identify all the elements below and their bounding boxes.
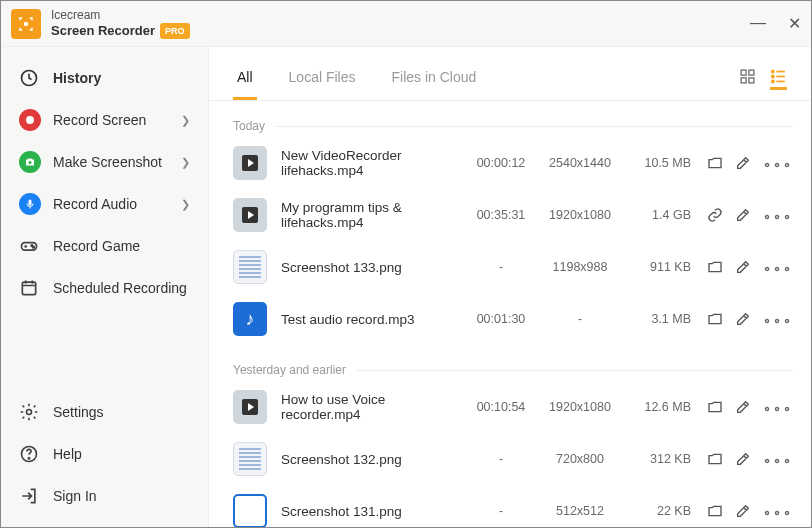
record-screen-icon <box>19 109 43 131</box>
svg-rect-15 <box>749 78 754 83</box>
section-earlier: Yesterday and earlier <box>233 363 793 377</box>
edit-button[interactable] <box>735 155 751 171</box>
edit-button[interactable] <box>735 503 751 519</box>
file-duration: 00:01:30 <box>467 312 535 326</box>
screenshot-icon <box>19 151 43 173</box>
sidebar: History Record Screen ❯ Make Screenshot … <box>1 47 209 527</box>
sidebar-item-label: Record Audio <box>53 196 181 212</box>
file-row[interactable]: New VideoRecorder lifehacks.mp400:00:122… <box>233 137 793 189</box>
svg-point-0 <box>24 21 29 26</box>
sidebar-item-label: Record Screen <box>53 112 181 128</box>
file-row[interactable]: How to use Voice recorder.mp400:10:54192… <box>233 381 793 433</box>
file-size: 1.4 GB <box>625 208 691 222</box>
app-logo <box>11 9 41 39</box>
svg-point-16 <box>772 70 774 72</box>
grid-view-button[interactable] <box>739 68 756 90</box>
video-thumb <box>233 390 267 424</box>
file-size: 312 KB <box>625 452 691 466</box>
file-row[interactable]: Screenshot 133.png-1198x988911 KB∘∘∘ <box>233 241 793 293</box>
sidebar-item-record-screen[interactable]: Record Screen ❯ <box>1 99 208 141</box>
file-row[interactable]: ♪Test audio record.mp300:01:30-3.1 MB∘∘∘ <box>233 293 793 345</box>
svg-rect-14 <box>741 78 746 83</box>
tabs: All Local Files Files in Cloud <box>209 47 811 101</box>
more-button[interactable]: ∘∘∘ <box>763 207 793 223</box>
svg-point-11 <box>28 458 29 459</box>
tab-cloud[interactable]: Files in Cloud <box>387 69 480 100</box>
edit-button[interactable] <box>735 311 751 327</box>
screenshot-thumb <box>233 442 267 476</box>
open-folder-button[interactable] <box>707 259 723 275</box>
sidebar-item-label: Sign In <box>53 488 190 504</box>
app-name: Icecream <box>51 8 190 22</box>
svg-point-9 <box>27 410 32 415</box>
open-folder-button[interactable] <box>707 155 723 171</box>
more-button[interactable]: ∘∘∘ <box>763 451 793 467</box>
chevron-right-icon: ❯ <box>181 198 190 211</box>
sidebar-item-history[interactable]: History <box>1 57 208 99</box>
more-button[interactable]: ∘∘∘ <box>763 155 793 171</box>
svg-point-3 <box>29 161 32 164</box>
svg-point-2 <box>26 116 34 124</box>
app-title: Icecream Screen Recorder PRO <box>51 8 190 39</box>
file-duration: - <box>467 452 535 466</box>
tab-all[interactable]: All <box>233 69 257 100</box>
file-name: New VideoRecorder lifehacks.mp4 <box>281 148 467 178</box>
edit-button[interactable] <box>735 399 751 415</box>
open-folder-button[interactable] <box>707 503 723 519</box>
sidebar-item-make-screenshot[interactable]: Make Screenshot ❯ <box>1 141 208 183</box>
file-size: 22 KB <box>625 504 691 518</box>
open-folder-button[interactable] <box>707 399 723 415</box>
file-duration: 00:35:31 <box>467 208 535 222</box>
screenshot-thumb <box>233 494 267 527</box>
section-today: Today <box>233 119 793 133</box>
sidebar-item-scheduled[interactable]: Scheduled Recording <box>1 267 208 309</box>
file-name: Screenshot 132.png <box>281 452 467 467</box>
close-button[interactable]: ✕ <box>788 14 801 33</box>
sidebar-item-label: Make Screenshot <box>53 154 181 170</box>
file-row[interactable]: Screenshot 132.png-720x800312 KB∘∘∘ <box>233 433 793 485</box>
file-row[interactable]: My programm tips & lifehacks.mp400:35:31… <box>233 189 793 241</box>
file-duration: - <box>467 260 535 274</box>
schedule-icon <box>19 278 43 298</box>
file-resolution: 720x800 <box>535 452 625 466</box>
file-duration: 00:10:54 <box>467 400 535 414</box>
file-name: Screenshot 131.png <box>281 504 467 519</box>
more-button[interactable]: ∘∘∘ <box>763 311 793 327</box>
file-duration: - <box>467 504 535 518</box>
sidebar-item-help[interactable]: Help <box>1 433 208 475</box>
open-folder-button[interactable] <box>707 451 723 467</box>
list-view-button[interactable] <box>770 68 787 90</box>
sidebar-item-label: Record Game <box>53 238 190 254</box>
pro-badge: PRO <box>160 23 190 39</box>
sidebar-item-label: Scheduled Recording <box>53 280 190 296</box>
sidebar-item-signin[interactable]: Sign In <box>1 475 208 517</box>
file-row[interactable]: Screenshot 131.png-512x51222 KB∘∘∘ <box>233 485 793 527</box>
more-button[interactable]: ∘∘∘ <box>763 503 793 519</box>
open-folder-button[interactable] <box>707 311 723 327</box>
edit-button[interactable] <box>735 207 751 223</box>
file-name: Screenshot 133.png <box>281 260 467 275</box>
svg-point-18 <box>772 80 774 82</box>
app-product: Screen Recorder <box>51 24 155 38</box>
sidebar-item-record-audio[interactable]: Record Audio ❯ <box>1 183 208 225</box>
svg-point-17 <box>772 75 774 77</box>
chevron-right-icon: ❯ <box>181 114 190 127</box>
history-icon <box>19 68 43 88</box>
titlebar: Icecream Screen Recorder PRO — ✕ <box>1 1 811 47</box>
file-resolution: 512x512 <box>535 504 625 518</box>
edit-button[interactable] <box>735 451 751 467</box>
more-button[interactable]: ∘∘∘ <box>763 259 793 275</box>
sidebar-item-record-game[interactable]: Record Game <box>1 225 208 267</box>
sidebar-item-settings[interactable]: Settings <box>1 391 208 433</box>
chevron-right-icon: ❯ <box>181 156 190 169</box>
edit-button[interactable] <box>735 259 751 275</box>
tab-local[interactable]: Local Files <box>285 69 360 100</box>
open-folder-button[interactable] <box>707 207 723 223</box>
file-resolution: 2540x1440 <box>535 156 625 170</box>
audio-thumb: ♪ <box>233 302 267 336</box>
minimize-button[interactable]: — <box>750 14 766 33</box>
more-button[interactable]: ∘∘∘ <box>763 399 793 415</box>
screenshot-thumb <box>233 250 267 284</box>
file-size: 12.6 MB <box>625 400 691 414</box>
video-thumb <box>233 198 267 232</box>
